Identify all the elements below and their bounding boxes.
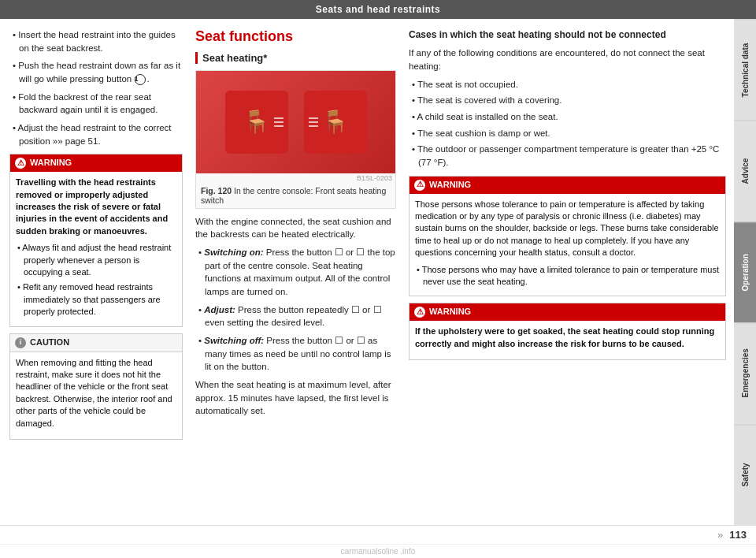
page-container: Seats and head restraints Insert the hea… <box>0 0 756 558</box>
warning-icon-2: ⚠ <box>414 180 425 191</box>
center-body-1: With the engine connected, the seat cush… <box>195 215 396 241</box>
right-bullet-1: The seat is not occupied. <box>409 78 726 91</box>
main-content: Insert the head restraint into the guide… <box>0 19 756 525</box>
bullet-switching-on: Switching on: Press the button ☐ or ☐ th… <box>195 246 396 299</box>
line6 <box>309 125 318 127</box>
footer: » 113 <box>0 525 756 544</box>
warning-icon-3: ⚠ <box>414 307 425 318</box>
bullet-adjust-item: Adjust: Press the button repeatedly ☐ or… <box>195 303 396 329</box>
header-bar: Seats and head restraints <box>0 0 756 19</box>
left-column: Insert the head restraint into the guide… <box>9 28 183 517</box>
right-column: Cases in which the seat heating should n… <box>409 28 726 517</box>
warning-icon-1: ⚠ <box>15 158 26 169</box>
caution-body: When removing and fitting the head restr… <box>10 352 182 439</box>
warning-body-2: Those persons whose tolerance to pain or… <box>410 194 725 296</box>
figure-image: 🪑 <box>196 71 395 173</box>
warning3-text: If the upholstery were to get soaked, th… <box>415 326 720 350</box>
right-bullet-5: The outdoor or passenger compartment tem… <box>409 143 726 169</box>
fig-num: Fig. 120 <box>201 186 232 195</box>
caution-text: When removing and fitting the head restr… <box>16 357 176 430</box>
section-title: Seat functions <box>195 28 396 46</box>
warning-heading-text: Travelling with the head restraints remo… <box>16 177 176 237</box>
warning-label-3: WARNING <box>429 306 471 318</box>
side-nav: Technical data Advice Operation Emergenc… <box>734 19 756 525</box>
warning-bullet-2: Refit any removed head restraints immedi… <box>16 281 176 318</box>
bullet-insert: Insert the head restraint into the guide… <box>9 28 183 54</box>
page-number: 113 <box>729 529 747 541</box>
line5 <box>309 121 318 123</box>
warning-header-1: ⚠ WARNING <box>10 154 182 172</box>
right-bullet-2: The seat is covered with a covering. <box>409 94 726 107</box>
bullet-adjust: Adjust the head restraint to the correct… <box>9 121 183 147</box>
warning-header-2: ⚠ WARNING <box>410 177 725 194</box>
center-column: Seat functions Seat heating* 🪑 <box>195 28 396 517</box>
cases-title: Cases in which the seat heating should n… <box>409 28 726 42</box>
bullet-push: Push the head restraint down as far as i… <box>9 59 183 85</box>
content-area: Insert the head restraint into the guide… <box>0 19 734 525</box>
header-title: Seats and head restraints <box>316 4 441 15</box>
warning-body-3: If the upholstery were to get soaked, th… <box>410 321 725 359</box>
caution-header: i CAUTION <box>10 334 182 352</box>
line3 <box>274 125 284 127</box>
right-bullet-4: The seat cushion is damp or wet. <box>409 127 726 140</box>
figure-caption: Fig. 120 In the centre console: Front se… <box>196 183 395 208</box>
watermark: carmanualsoline .info <box>0 544 756 558</box>
warning2-bullet: Those persons who may have a limited tol… <box>415 264 720 288</box>
line2 <box>274 121 284 123</box>
tab-advice[interactable]: Advice <box>734 120 756 221</box>
center-body-2: When the seat heating is at maximum leve… <box>195 378 396 418</box>
warning-label-1: WARNING <box>30 157 72 169</box>
caution-label: CAUTION <box>30 337 69 349</box>
tab-technical-data[interactable]: Technical data <box>734 19 756 120</box>
warning-box-2: ⚠ WARNING Those persons whose tolerance … <box>409 176 726 297</box>
fig-ref: B1SL-0203 <box>196 173 395 183</box>
warning-box-1: ⚠ WARNING Travelling with the head restr… <box>9 154 183 326</box>
tab-safety[interactable]: Safety <box>734 424 756 525</box>
chevrons-icon: » <box>717 529 723 541</box>
seat-button-right: 🪑 <box>304 91 367 154</box>
caution-box: i CAUTION When removing and fitting the … <box>9 333 183 440</box>
seat-icon-left: 🪑 <box>243 111 270 133</box>
line4 <box>309 117 318 119</box>
figure-box: 🪑 <box>195 70 396 209</box>
switching-off-label: Switching off: <box>204 336 264 345</box>
warning2-text: Those persons whose tolerance to pain or… <box>415 199 720 259</box>
tab-emergencies[interactable]: Emergencies <box>734 322 756 423</box>
subsection-title: Seat heating* <box>195 52 396 64</box>
seat-icon-right: 🪑 <box>321 111 349 133</box>
tab-operation[interactable]: Operation <box>734 221 756 322</box>
warning-label-2: WARNING <box>429 179 471 192</box>
switching-on-label: Switching on: <box>204 247 263 257</box>
adjust-label: Adjust: <box>204 305 235 314</box>
circled-number-1: 1 <box>135 74 146 85</box>
bullet-switching-off: Switching off: Press the button ☐ or ☐ a… <box>195 334 396 374</box>
right-bullet-3: A child seat is installed on the seat. <box>409 110 726 124</box>
seat-lines-right <box>309 117 318 127</box>
warning-body-1: Travelling with the head restraints remo… <box>10 172 182 326</box>
warning-header-3: ⚠ WARNING <box>410 303 725 321</box>
cases-intro: If any of the following conditions are e… <box>409 46 726 73</box>
caution-icon: i <box>15 337 26 348</box>
bullet-fold: Fold the backrest of the rear seat backw… <box>9 91 183 117</box>
warning-bullet-1: Always fit and adjust the head restraint… <box>16 242 176 278</box>
line1 <box>274 117 284 119</box>
seat-lines-left <box>274 117 284 127</box>
warning-box-3: ⚠ WARNING If the upholstery were to get … <box>409 303 726 360</box>
seat-button-left: 🪑 <box>225 91 288 154</box>
